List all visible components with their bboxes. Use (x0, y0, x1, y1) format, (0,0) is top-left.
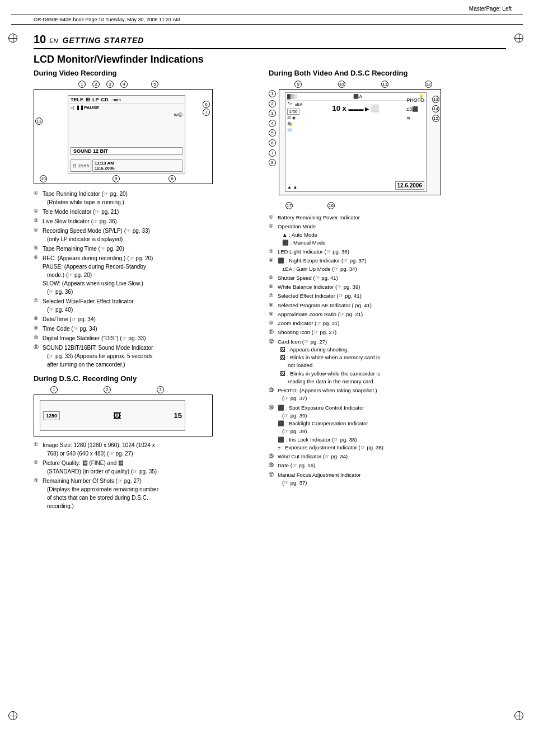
dsc-callout-top: 1 2 3 (50, 386, 257, 393)
list-item: ① Image Size: 1280 (1280 x 960), 1024 (1… (34, 441, 257, 458)
sound-bar: SOUND 12 BIT (71, 147, 182, 155)
w0-label: W⓪ (174, 112, 182, 118)
item-text: Tape Remaining Time (☞ pg. 20) (43, 245, 257, 253)
list-item: ⑦ Selected Wipe/Fader Effect Indicator(☞… (34, 297, 257, 314)
right-indicators: PHOTO ±3⬛ ≋ (406, 96, 424, 123)
dis2-icon: ⊟ (73, 163, 77, 168)
item-num: ③ (34, 217, 43, 226)
list-item: ⑥ REC: (Appears during recording.) (☞ pg… (34, 254, 257, 296)
item-text: Selected Program AE Indicator ( pg. 41) (278, 302, 506, 309)
item-text: Image Size: 1280 (1280 x 960), 1024 (102… (43, 441, 257, 458)
list-item: ⑥ White Balance Indicator (☞ pg. 39) (269, 283, 506, 291)
item-text: Picture Quality: 🖼 (FINE) and 🖼 (STANDAR… (43, 459, 257, 476)
gain-mode: ±EA (295, 102, 302, 106)
reg-mark-tl (8, 34, 20, 45)
item-text: Remaining Number Of Shots (☞ pg. 27) (Di… (43, 477, 257, 510)
display-time-area: ⊟ 15:55 11:13 AM 12.6.2006 (71, 159, 182, 172)
right-callouts-both: 13 14 15 (432, 95, 441, 123)
list-item: ⑩ Zoom Indicator (☞ pg. 21) (269, 320, 506, 327)
item-text: SOUND 12BIT/16BIT: Sound Mode Indicator … (43, 344, 257, 369)
item-num: ⑮ (269, 453, 278, 461)
c9: 9 (113, 175, 120, 182)
file-info-text: GR-D650E-640E.book Page 10 Tuesday, May … (34, 17, 180, 22)
item-text: Manual Focus Adjustment Indicator (☞ pg.… (278, 471, 506, 487)
bc6: 6 (269, 139, 276, 147)
dis-icon: ⊞ (86, 97, 90, 102)
item-num: ⑤ (34, 245, 43, 253)
item-num: ⑪ (269, 328, 278, 336)
bc5: 5 (269, 129, 276, 137)
item-num: ⑭ (269, 404, 278, 452)
item-num: ④ (34, 227, 43, 243)
bottom-callouts3: 8 (168, 175, 177, 182)
item-num: ⑰ (269, 471, 278, 487)
page-header: 10 EN GETTING STARTED (34, 33, 506, 49)
list-item: ⑫ Card Icon (☞ pg. 27) 🖼 : Appears durin… (269, 338, 506, 386)
both-diagram: ▓▒░ ⬛A 💡 🔭 ±EA 1/50 (279, 89, 441, 195)
both-diagram-row: 1 2 3 4 5 6 7 8 (269, 89, 506, 201)
wb-icon: ⚖ (287, 115, 291, 120)
item-num: ① (269, 214, 278, 222)
dc2: 2 (104, 386, 111, 393)
item-text: Zoom Indicator (☞ pg. 21) (278, 320, 506, 327)
time-value: 11:13 AM (95, 161, 180, 166)
item-num: ⑥ (269, 283, 278, 291)
list-item: ② Tele Mode Indicator (☞ pg. 21) (34, 208, 257, 216)
page-container: MasterPage: Left GR-D650E-640E.book Page… (0, 0, 534, 756)
list-item: ⑪ Shooting Icon (☞ pg. 27) (269, 328, 506, 336)
item-text: Selected Wipe/Fader Effect Indicator(☞ p… (43, 297, 257, 314)
wind-cut-icon2: ≋ (406, 114, 424, 123)
dsc-diagram: 1280 🖼 15 (34, 395, 213, 436)
bc11: 11 (381, 81, 388, 88)
right-column: During Both Video And D.S.C Recording 9 … (269, 69, 506, 488)
list-item: ⑰ Manual Focus Adjustment Indicator (☞ p… (269, 471, 506, 487)
c1: 1 (78, 81, 86, 88)
video-callout-top-row: 1 2 3 4 5 (78, 81, 257, 88)
display-prog-row: 🎭 (285, 121, 426, 127)
video-diagram-wrapper: 1 2 3 4 5 TELE ⊞ LP CD (34, 81, 257, 184)
bc13: 13 (432, 96, 439, 103)
list-item: ④ ⬛ : Night-Scope Indicator (☞ pg. 37) ±… (269, 257, 506, 273)
left-callout11: 11 (35, 118, 44, 125)
exposure-value: ±3⬛ (406, 105, 424, 114)
item-text: ⬛ : Spot Exposure Control Indicator (☞ p… (278, 404, 506, 452)
date-display: 12.6.2006 (395, 181, 425, 190)
list-item: ⑤ Tape Remaining Time (☞ pg. 20) (34, 245, 257, 253)
section-title-label: GETTING STARTED (63, 36, 144, 45)
bottom-left-indicators: ▲ ▲ (287, 185, 297, 190)
item-text: Date/Time (☞ pg. 34) (43, 315, 257, 323)
item-num: ③ (34, 477, 43, 510)
list-item: ⑧ Selected Program AE Indicator ( pg. 41… (269, 302, 506, 309)
dc1: 1 (50, 386, 58, 393)
list-item: ⑦ Selected Effect Indicator (☞ pg. 41) (269, 292, 506, 300)
item-text: Wind Cut Indicator (☞ pg. 34) (278, 453, 506, 461)
list-item: ③ Live Slow Indicator (☞ pg. 36) (34, 217, 257, 226)
cd-icon: CD (101, 97, 109, 102)
item-text: Tele Mode Indicator (☞ pg. 21) (43, 208, 257, 216)
list-item: ⑭ ⬛ : Spot Exposure Control Indicator (☞… (269, 404, 506, 452)
item-num: ⑤ (269, 274, 278, 282)
date-value: 12.6.2006 (95, 166, 180, 171)
list-item: ③ Remaining Number Of Shots (☞ pg. 27) (… (34, 477, 257, 510)
item-num: ⑦ (269, 292, 278, 300)
dsc-section: During D.S.C. Recording Only 1 2 3 (34, 374, 257, 510)
bc7: 7 (269, 149, 276, 157)
right-callouts: 6 7 (203, 101, 211, 116)
display-wind-row: 💨 (285, 127, 426, 133)
item-num: ⑯ (269, 462, 278, 469)
list-item: ⑤ Shutter Speed (☞ pg. 41) (269, 274, 506, 282)
time-display: 11:13 AM 12.6.2006 (92, 159, 182, 172)
video-section-title: During Video Recording (34, 69, 257, 77)
prog-ae-icon: 🎭 (287, 121, 293, 126)
effect-icon: ◈ (292, 115, 296, 120)
dsc-shots: 15 (174, 411, 182, 420)
list-item: ⑨ Time Code (☞ pg. 34) (34, 325, 257, 333)
item-text: Selected Effect Indicator (☞ pg. 41) (278, 292, 506, 300)
item-text: Recording Speed Mode (SP/LP) (☞ pg. 33)(… (43, 227, 257, 243)
item-num: ① (34, 441, 43, 458)
item-num: ⑨ (34, 325, 43, 333)
item-text: Digital Image Stabiliser ("DIS") (☞ pg. … (43, 334, 257, 342)
item-num: ② (269, 223, 278, 247)
focus-triangle2: ▲ (293, 185, 297, 190)
dsc-size-value: 1280 (46, 413, 57, 419)
